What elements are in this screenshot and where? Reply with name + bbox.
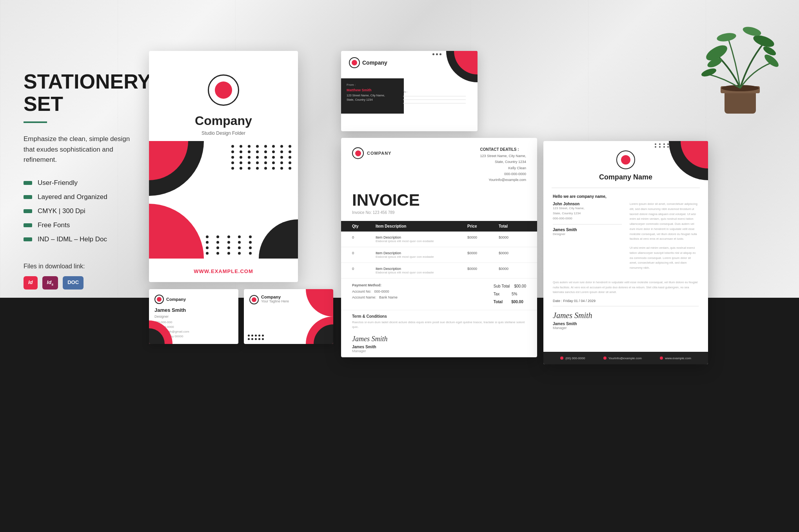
lh-footer-dot-3 — [660, 356, 663, 360]
env-line-3 — [403, 103, 466, 103]
feature-item-3: CMYK | 300 Dpi — [24, 207, 137, 215]
envelope-logo: Company — [349, 57, 387, 68]
badge-indesign-cs: Ids — [42, 276, 58, 290]
env-line-2 — [403, 100, 466, 100]
envelope-to-lines: To : — [403, 90, 466, 107]
lh-date: Date : Friday 01 / 04 / 2029 — [553, 299, 699, 303]
invoice-mock: COMPANY CONTACT DEATILS : 123 Street Nam… — [341, 138, 537, 357]
bc1-name: James Smith — [154, 307, 233, 313]
invoice-title: INVOICE — [341, 189, 537, 210]
env-from-name: Matthew Smith — [347, 88, 398, 92]
feature-item-2: Layered and Organized — [24, 193, 137, 201]
lh-signature: James Smith — [553, 311, 699, 320]
lh-person-2-name: James Smith — [553, 228, 622, 232]
folder-website: WWW.EXAMPLE.COM — [149, 268, 298, 274]
feature-dot-2 — [24, 195, 32, 199]
lh-para1: Lorem ipsum dolor sit amet, consectetuer… — [630, 202, 699, 242]
lh-divider-1 — [553, 224, 622, 224]
feature-dot-4 — [24, 223, 32, 227]
logo-inner-circle — [215, 81, 232, 99]
file-badges: Id Ids DOC — [24, 276, 137, 290]
inv-circle-inner — [355, 150, 361, 156]
company-logo — [208, 74, 239, 106]
lh-divider — [552, 188, 700, 188]
invoice-contact: 123 Street Name, City Name, State, Count… — [480, 153, 526, 183]
lh-dots — [655, 143, 670, 148]
description-text: Emphasize the clean, simple design that … — [24, 134, 137, 165]
table-row: 0 Item Description Elaborat ipisus elit … — [341, 232, 537, 247]
lh-para3: Quis autem vel eum iure dolor in hendrer… — [553, 280, 699, 295]
invoice-signer-title: Manager — [341, 349, 537, 357]
lh-person-1-name: John Johnson — [553, 202, 622, 206]
lh-footer-phone-text: (00) 000-0000 — [565, 356, 585, 360]
bc1-title: Designer — [154, 315, 233, 318]
invoice-payment: Payment Method: Account No: 000-0000 Acc… — [341, 279, 537, 310]
bc1-circle-inner — [157, 297, 162, 302]
lh-footer: (00) 000-0000 YourInfo@example.com www.e… — [543, 352, 708, 364]
env-dots — [432, 53, 441, 55]
badge-indesign: Id — [24, 276, 38, 290]
feature-dot-3 — [24, 209, 32, 213]
bc1-logo-row: Company — [154, 295, 233, 304]
env-circle — [349, 57, 360, 68]
bc2-geo — [306, 289, 333, 317]
lh-logo — [616, 150, 635, 169]
files-label: Files in download link: — [24, 263, 137, 270]
lh-company-name: Company Name — [599, 173, 652, 181]
lh-geo — [653, 141, 708, 180]
lh-logo-inner — [621, 155, 630, 165]
invoice-totals: Sub Total $00.00 Tax 5% Total $00.00 — [494, 282, 526, 306]
invoice-signature: James Smith — [341, 333, 537, 345]
lh-salutation: Hello we are company name, — [553, 194, 699, 199]
lh-footer-dot-1 — [560, 356, 563, 360]
lh-footer-website: www.example.com — [660, 356, 691, 360]
invoice-table-header: Qty Item Description Price Total — [341, 221, 537, 232]
env-line-1 — [403, 96, 466, 96]
lh-footer-email-text: YourInfo@example.com — [608, 356, 642, 360]
invoice-signer: James Smith — [341, 345, 537, 349]
inv-th-qty: Qty — [352, 224, 376, 228]
invoice-contact-label: CONTACT DEATILS : — [480, 147, 526, 152]
table-row: 0 Item Description Elaborat ipisus elit … — [341, 247, 537, 263]
lh-person-2-title: Designer — [553, 232, 622, 237]
lh-footer-dot-2 — [603, 356, 607, 360]
env-from-addr: 123 Street Name, City Name,State, Countr… — [347, 93, 398, 102]
lh-person-1-addr: 123 Street, City Name,State, Country 123… — [553, 206, 622, 221]
lh-signer: James Smith — [553, 322, 699, 326]
lh-person-1: John Johnson 123 Street, City Name,State… — [553, 202, 622, 275]
folder-header: Company Studio Design Folder — [149, 51, 298, 148]
table-row: 0 Item Description Elaborat ipisus elit … — [341, 263, 537, 279]
invoice-top: COMPANY CONTACT DEATILS : 123 Street Nam… — [341, 138, 537, 189]
company-sub: Studio Design Folder — [202, 130, 245, 136]
env-circle-inner — [352, 60, 357, 65]
feature-item-1: User-Friendly — [24, 179, 137, 187]
lh-para2: Ut wisi enim ad minim veniam, quis nostr… — [630, 246, 699, 271]
inv-th-desc: Item Description — [376, 224, 467, 228]
inv-td-qty: 0 — [352, 235, 376, 243]
geo-pattern — [149, 141, 298, 259]
letterhead-mock: Company Name Hello we are company name, … — [543, 141, 708, 364]
payment-details: Payment Method: Account No: 000-0000 Acc… — [352, 282, 398, 306]
env-company: Company — [362, 60, 387, 66]
feature-dot-1 — [24, 181, 32, 185]
bc2-company-col: Company Your Tagline Here — [261, 295, 289, 305]
inv-circle — [352, 147, 364, 159]
lh-signer-title: Manager — [553, 326, 699, 330]
bc2-black-corner2 — [314, 324, 333, 344]
main-title: STATIONERY SET — [24, 71, 137, 115]
inv-th-total: Total — [499, 224, 526, 228]
envelope-from-box: From : Matthew Smith 123 Street Name, Ci… — [341, 78, 404, 114]
lh-letter-text: Lorem ipsum dolor sit amet, consectetuer… — [630, 202, 699, 275]
lh-footer-email: YourInfo@example.com — [603, 356, 642, 360]
env-from-label: From : — [347, 83, 398, 87]
env-geo-corner — [430, 51, 478, 90]
feature-dot-5 — [24, 237, 32, 241]
bc2-circle-inner — [252, 297, 256, 302]
lh-footer-website-text: www.example.com — [665, 356, 691, 360]
title-underline — [24, 121, 47, 123]
plant-decoration — [693, 0, 787, 118]
inv-td-desc-col: Item Description Elaborat ipisus elit mo… — [376, 235, 467, 243]
envelope-mock: Company From : Matthew Smith 123 Street … — [341, 51, 478, 131]
company-name-big: Company — [195, 114, 252, 128]
bc2-red — [306, 289, 333, 317]
